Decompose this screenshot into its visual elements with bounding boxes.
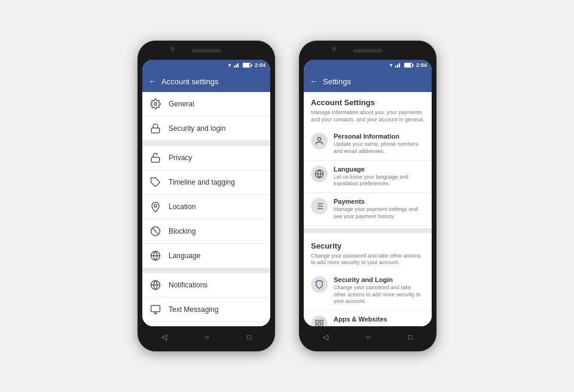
wifi-icon-right: ▼ [389, 63, 393, 68]
phone-right-screen: ▼ 2:04 ← Settings Account Settings [304, 60, 432, 326]
menu-item-public[interactable]: Public Posts [142, 322, 270, 326]
payments-title: Payments [334, 198, 425, 205]
security-login-desc: Change your password and take other acti… [334, 284, 425, 305]
menu-item-general[interactable]: General [142, 92, 270, 117]
language-title: Language [334, 166, 425, 173]
home-nav-right[interactable]: ○ [366, 333, 370, 341]
menu-label-location: Location [169, 203, 196, 211]
header-bar-left: ← Account settings [142, 71, 270, 92]
payments-text: Payments Manage your payment settings an… [334, 198, 425, 220]
privacy-icon [149, 152, 161, 164]
section-separator [304, 228, 432, 233]
svg-point-4 [154, 204, 157, 207]
menu-label-security: Security and login [169, 124, 225, 133]
menu-list-left: General Security and login [142, 92, 270, 326]
section-security: Security Change your password and take o… [304, 235, 432, 327]
menu-label-texting: Text Messaging [169, 305, 218, 314]
menu-item-notifications[interactable]: Notifications [142, 273, 270, 298]
menu-item-texting[interactable]: Text Messaging [142, 298, 270, 322]
menu-item-privacy[interactable]: Privacy [142, 146, 270, 170]
menu-label-language: Language [169, 252, 200, 260]
personal-desc: Update your name, phone numbers and emai… [334, 141, 425, 155]
recent-nav-left[interactable]: □ [247, 333, 251, 341]
bottom-nav-left: ◁ ○ □ [142, 327, 270, 347]
menu-label-privacy: Privacy [169, 154, 192, 162]
header-title-left: Account settings [161, 77, 218, 86]
section-account: Account Settings Manage information abou… [304, 92, 432, 226]
language-text: Language Let us know your language and t… [334, 166, 425, 188]
menu-label-notifications: Notifications [169, 281, 207, 289]
time-left: 2:04 [255, 62, 265, 68]
globe-detail-icon [311, 166, 328, 182]
svg-rect-11 [151, 305, 160, 312]
language-desc: Let us know your language and translatio… [334, 174, 425, 188]
menu-label-blocking: Blocking [169, 227, 196, 235]
menu-label-general: General [169, 100, 194, 108]
header-title-right: Settings [323, 77, 351, 86]
battery-icon-right [404, 63, 413, 68]
back-button-right[interactable]: ← [310, 76, 318, 86]
time-right: 2:04 [416, 62, 427, 68]
bottom-nav-right: ◁ ○ □ [304, 327, 432, 347]
status-bar-right: ▼ 2:04 [304, 60, 432, 71]
phone-left: ▼ 2:04 ← Account settings [138, 41, 275, 351]
svg-rect-1 [151, 128, 160, 133]
block-icon [149, 225, 161, 237]
detail-item-apps[interactable]: Apps & Websites [304, 311, 432, 326]
security-subtext: Change your password and take other acti… [304, 253, 432, 271]
recent-nav-right[interactable]: □ [408, 333, 413, 341]
location-icon [149, 201, 161, 213]
account-subtext: Manage information about you, your payme… [304, 109, 432, 128]
menu-item-security[interactable]: Security and login [142, 117, 270, 141]
status-icons-right: ▼ 2:04 [389, 62, 427, 68]
svg-rect-24 [320, 320, 323, 323]
divider-1 [142, 141, 270, 146]
notifications-icon [149, 279, 161, 291]
security-heading: Security [304, 235, 432, 253]
message-icon [149, 304, 161, 316]
security-login-title: Security and Login [334, 276, 425, 283]
apps-icon [311, 316, 328, 326]
back-nav-left[interactable]: ◁ [161, 333, 167, 341]
payments-icon [311, 198, 328, 215]
lock-icon [149, 122, 161, 134]
apps-text: Apps & Websites [334, 316, 425, 324]
svg-point-14 [317, 137, 320, 140]
menu-item-location[interactable]: Location [142, 195, 270, 219]
signal-icon-right [395, 63, 401, 68]
menu-item-timeline[interactable]: Timeline and tagging [142, 170, 270, 195]
svg-line-6 [152, 228, 159, 235]
battery-icon-left [243, 63, 251, 68]
phone-left-screen: ▼ 2:04 ← Account settings [142, 60, 270, 326]
person-icon [311, 133, 328, 149]
gear-icon [149, 98, 161, 110]
shield-icon [311, 276, 328, 293]
menu-item-blocking[interactable]: Blocking [142, 219, 270, 244]
status-icons-left: ▼ 2:04 [227, 62, 265, 68]
personal-text: Personal Information Update your name, p… [334, 133, 425, 155]
detail-item-payments[interactable]: Payments Manage your payment settings an… [304, 193, 432, 225]
svg-rect-25 [320, 324, 323, 326]
svg-rect-2 [151, 157, 160, 162]
svg-rect-26 [316, 324, 319, 326]
phone-right: ▼ 2:04 ← Settings Account Settings [299, 41, 436, 351]
payments-desc: Manage your payment settings and see you… [334, 206, 425, 220]
status-bar-left: ▼ 2:04 [142, 60, 270, 71]
detail-item-language[interactable]: Language Let us know your language and t… [304, 161, 432, 193]
personal-title: Personal Information [334, 133, 425, 140]
tag-icon [149, 176, 161, 188]
apps-title: Apps & Websites [334, 316, 425, 323]
menu-item-language[interactable]: Language [142, 244, 270, 268]
svg-rect-23 [316, 320, 319, 323]
back-nav-right[interactable]: ◁ [323, 333, 328, 341]
back-button-left[interactable]: ← [148, 76, 157, 86]
home-nav-left[interactable]: ○ [204, 333, 209, 341]
globe-icon [149, 250, 161, 262]
detail-item-personal[interactable]: Personal Information Update your name, p… [304, 128, 432, 160]
detail-content: Account Settings Manage information abou… [304, 92, 432, 326]
header-bar-right: ← Settings [304, 71, 432, 92]
svg-point-0 [154, 103, 157, 106]
divider-2 [142, 268, 270, 273]
security-login-text: Security and Login Change your password … [334, 276, 425, 305]
detail-item-security-login[interactable]: Security and Login Change your password … [304, 271, 432, 311]
